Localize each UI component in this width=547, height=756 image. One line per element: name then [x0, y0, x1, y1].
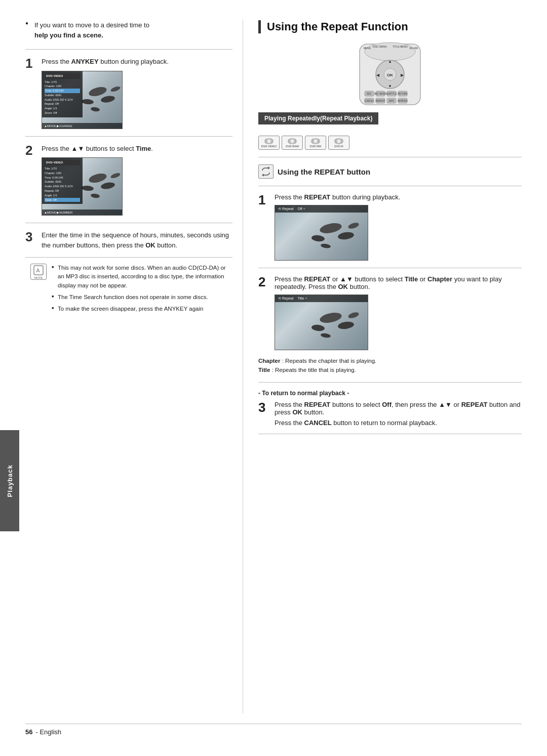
svg-point-5 [88, 172, 108, 185]
note-item-3: To make the screen disappear, press the … [52, 305, 227, 313]
step-3-content: Enter the time in the sequence of hours,… [42, 230, 232, 250]
svg-text:▲: ▲ [388, 59, 392, 64]
svg-point-48 [337, 321, 355, 330]
svg-point-42 [319, 222, 343, 235]
right-step-2-content: Press the REPEAT or ▲▼ buttons to select… [275, 275, 522, 350]
note-item-2: The Time Search function does not operat… [52, 293, 227, 302]
step-3-text: Enter the time in the sequence of hours,… [42, 230, 232, 250]
bullet-intro: If you want to move to a desired time to… [25, 20, 232, 40]
left-column: If you want to move to a desired time to… [25, 20, 243, 713]
disc-icon-dvd-ram: DVD-RAM [282, 136, 303, 150]
repeat-icon-box [258, 164, 274, 179]
note-label: NOTE [34, 276, 43, 279]
svg-text:CANCEL: CANCEL [365, 100, 374, 102]
page-footer: 56 - English [25, 724, 522, 736]
right-step-3-content: Press the REPEAT buttons to select Off, … [275, 401, 522, 427]
right-step-1-num: 1 [258, 193, 269, 206]
disc-dvd-rw-graphic [310, 138, 321, 144]
captions-block: Chapter : Repeats the chapter that is pl… [258, 356, 522, 375]
svg-text:▶: ▶ [401, 73, 404, 77]
chapter-caption: Chapter : Repeats the chapter that is pl… [258, 356, 522, 365]
dvd-bottom-bar-2: ▲MOVE ▶NUMBER [42, 209, 122, 215]
dvd-bottom-text-1: ▲MOVE ▶CHANGE [44, 124, 72, 128]
left-step-2: 2 Press the ▲▼ buttons to select Time. [25, 144, 232, 216]
svg-point-50 [347, 311, 360, 319]
right-screen-2-bg [275, 295, 368, 350]
svg-point-51 [320, 332, 331, 338]
right-divider-5 [258, 434, 522, 434]
right-column: Using the Repeat Function ▲ ▼ [258, 20, 522, 713]
svg-text:RETURN: RETURN [398, 93, 408, 95]
step-1-num: 1 [25, 57, 36, 70]
svg-text:MENU: MENU [364, 47, 371, 50]
note-icon: NOTE [30, 264, 47, 280]
disc-dvd-r-graphic [334, 138, 344, 144]
step-3-num: 3 [25, 230, 36, 243]
to-return-header: - To return to normal playback - [258, 390, 522, 397]
right-step-1: 1 Press the REPEAT button during playbac… [258, 193, 522, 261]
disc-icons-row: DVD-VIDEO DVD-RAM DVD-RW DVD-R [258, 136, 522, 150]
right-divider-3 [258, 268, 522, 268]
remote-svg: ▲ ▼ ◀ ▶ OK MENU DISC MENU TITLE MENU W.L… [339, 41, 441, 107]
disc-dvd-video-graphic [264, 138, 274, 144]
svg-text:▼: ▼ [388, 84, 392, 89]
playing-repeatedly-label: Playing Repeatedly(Repeat Playback) [258, 112, 378, 124]
dvd-screen-2: DVD-VIDEO Title: 1/70 Chapter: 1/62 Time… [42, 157, 123, 216]
right-birds-svg-1 [275, 205, 368, 261]
svg-point-4 [91, 106, 100, 111]
svg-point-43 [337, 231, 355, 240]
svg-point-2 [82, 98, 94, 104]
svg-point-8 [110, 172, 121, 179]
note-list: This may not work for some discs. When a… [52, 264, 227, 313]
remote-container: ▲ ▼ ◀ ▶ OK MENU DISC MENU TITLE MENU W.L… [258, 41, 522, 107]
right-step-2: 2 Press the REPEAT or ▲▼ buttons to sele… [258, 275, 522, 350]
disc-dvd-ram-graphic [287, 138, 297, 144]
note-content: This may not work for some discs. When a… [52, 264, 227, 316]
dvd-title-bar-2: DVD-VIDEO [45, 160, 80, 165]
screen-1-bg: DVD-VIDEO Title: 1/70 Chapter: 1/62 Time… [42, 71, 122, 129]
right-screen-2-repeat-label: ⟲ Repeat [278, 297, 294, 301]
disc-dvd-video-label: DVD-VIDEO [261, 145, 277, 148]
remote-control-img: ▲ ▼ ◀ ▶ OK MENU DISC MENU TITLE MENU W.L… [339, 41, 441, 107]
divider-1 [25, 49, 232, 50]
right-step-3-text2: Press the CANCEL button to return to nor… [275, 419, 522, 427]
right-divider-1 [258, 157, 522, 157]
right-screen-2-repeat-value: Title ÷ [298, 297, 307, 301]
right-step-1-text: Press the REPEAT button during playback. [275, 193, 522, 201]
dvd-screen-1: DVD-VIDEO Title: 1/70 Chapter: 1/62 Time… [42, 71, 123, 129]
right-screen-1: ⟲ Repeat Off ÷ [275, 205, 368, 261]
repeat-section-icon [260, 166, 271, 177]
right-step-2-text: Press the REPEAT or ▲▼ buttons to select… [275, 275, 522, 290]
note-pencil-icon [33, 265, 44, 276]
dvd-bottom-text-2: ▲MOVE ▶NUMBER [44, 211, 72, 214]
svg-point-3 [110, 85, 121, 92]
right-screen-1-bg [275, 205, 368, 260]
right-divider-4 [258, 382, 522, 383]
svg-point-44 [311, 235, 325, 242]
disc-icon-dvd-video: DVD-VIDEO [258, 136, 280, 150]
svg-point-0 [88, 85, 108, 98]
screen-2-bg: DVD-VIDEO Title: 1/70 Chapter: 1/62 Time… [42, 158, 122, 215]
svg-text:TITLE MENU: TITLE MENU [393, 45, 408, 48]
two-column-layout: If you want to move to a desired time to… [25, 20, 522, 713]
svg-point-7 [82, 185, 94, 191]
playback-sidebar: Playback [0, 430, 19, 531]
svg-point-45 [347, 222, 360, 230]
svg-text:W.LINK: W.LINK [410, 47, 419, 50]
divider-3 [25, 223, 232, 223]
svg-text:REC MODE: REC MODE [374, 93, 386, 95]
repeat-button-title: Using the REPEAT button [278, 167, 370, 176]
playback-label: Playback [6, 465, 14, 497]
svg-text:REPEAT: REPEAT [376, 100, 385, 102]
right-step-2-num: 2 [258, 275, 269, 288]
left-step-1: 1 Press the ANYKEY button during playbac… [25, 57, 232, 129]
svg-point-49 [311, 324, 325, 332]
title-caption: Title : Repeats the title that is playin… [258, 365, 522, 374]
step-2-num: 2 [25, 144, 36, 157]
right-birds-svg-2 [275, 295, 368, 350]
svg-text:MARKER: MARKER [398, 100, 408, 102]
note-item-1: This may not work for some discs. When a… [52, 264, 227, 290]
svg-point-46 [320, 243, 331, 248]
playing-repeatedly-section: Playing Repeatedly(Repeat Playback) [258, 112, 522, 130]
svg-text:◀: ◀ [376, 73, 380, 77]
